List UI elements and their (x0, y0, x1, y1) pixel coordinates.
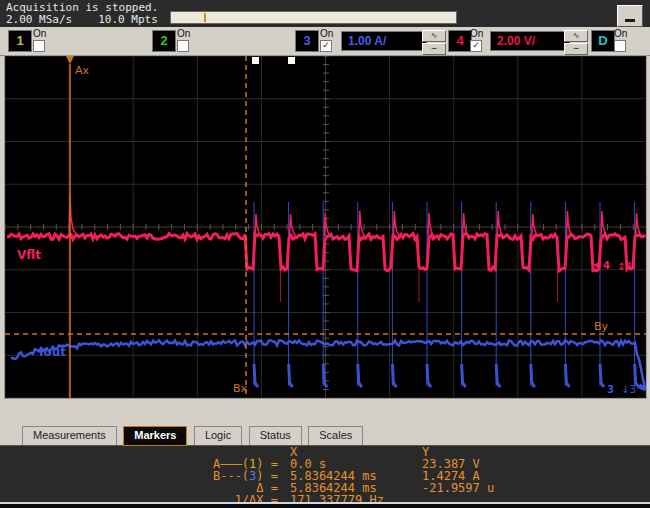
minimize-button[interactable] (617, 5, 643, 27)
channel-2-on-label: On (177, 28, 203, 39)
minimize-icon (625, 19, 635, 22)
marker-b-label: B---( (213, 469, 249, 483)
channel-3-button[interactable]: 3 (295, 30, 319, 52)
memory-depth: 10.0 Mpts (98, 13, 158, 26)
panel-tabs: Measurements Markers Logic Status Scales (0, 426, 650, 446)
channel-1-on-group: On (33, 28, 59, 52)
marker-ax-label: Ax (75, 64, 90, 77)
channel-4-button[interactable]: 4 (448, 30, 472, 52)
marker-ax-handle[interactable] (66, 56, 74, 64)
bottom-strip (0, 504, 650, 508)
ch4-ground-label: 4 (603, 260, 610, 271)
channel-2-on-group: On (177, 28, 203, 52)
channel-3-coupling-icon[interactable]: ∿ (422, 30, 446, 42)
memory-bar-tick (204, 13, 206, 22)
channel-2-on-checkbox[interactable] (177, 40, 189, 52)
trace-iout-label: Iout (39, 345, 66, 359)
ch3-edge-label: ↓3 (621, 384, 636, 395)
marker-bx-label: Bx (233, 382, 248, 395)
tab-measurements[interactable]: Measurements (22, 426, 117, 445)
bottom-toolbar: ↑ ∧ ∨ ∧ ∨ ↪ ☀ H 2.00 ms/ ∿ ∼ 7.992000000… (0, 399, 650, 426)
marker-by-label: By (594, 320, 609, 333)
channel-d-on-checkbox[interactable] (614, 40, 626, 52)
channel-3-scale-box[interactable]: 1.00 A/ (341, 31, 427, 51)
event-mark-1 (252, 57, 259, 64)
status-bar: Acquisition is stopped. 2.00 MSa/s10.0 M… (0, 0, 650, 27)
ch3-ground-label: 3 (607, 384, 614, 395)
ch4-trigger-label: ↕4 (617, 261, 632, 272)
channel-bar: 1 On 2 On 3 On 1.00 A/ ∿ ∼ 4 On 2.00 V/ … (0, 27, 650, 56)
waveform-display[interactable]: AxBxByVfltIout◀4↕43↓3 (5, 56, 646, 398)
tab-status[interactable]: Status (249, 426, 302, 445)
channel-4-scale-box[interactable]: 2.00 V/ (490, 31, 570, 51)
trace-vflt-label: Vflt (17, 248, 41, 262)
channel-3-on-checkbox[interactable] (320, 40, 332, 52)
channel-3-coupling-group: ∿ ∼ (422, 30, 444, 56)
tab-scales[interactable]: Scales (308, 426, 363, 445)
channel-3-waveform-icon[interactable]: ∼ (422, 43, 446, 55)
channel-d-on-label: On (614, 28, 640, 39)
channel-1-on-checkbox[interactable] (33, 40, 45, 52)
memory-bar[interactable] (170, 11, 457, 24)
oscilloscope-app: Acquisition is stopped. 2.00 MSa/s10.0 M… (0, 0, 650, 508)
markers-readout-panel: XY A———(1) =0.0 s23.387 V B---(3) =5.836… (0, 446, 650, 502)
channel-4-coupling-group: ∿ ∼ (564, 30, 586, 56)
channel-d-button[interactable]: D (591, 30, 615, 52)
channel-1-on-label: On (33, 28, 59, 39)
channel-d-on-group: On (614, 28, 640, 52)
event-mark-2 (288, 57, 295, 64)
waveform-display-frame: AxBxByVfltIout◀4↕43↓3 (4, 55, 647, 399)
sample-rate: 2.00 MSa/s (6, 13, 72, 26)
channel-2-button[interactable]: 2 (152, 30, 176, 52)
channel-4-on-checkbox[interactable] (470, 40, 482, 52)
tab-logic[interactable]: Logic (194, 426, 242, 445)
marker-delta-y-value: -21.9597 u (422, 483, 494, 494)
channel-4-waveform-icon[interactable]: ∼ (564, 43, 588, 55)
acquisition-info: 2.00 MSa/s10.0 Mpts (6, 13, 184, 26)
channel-4-coupling-icon[interactable]: ∿ (564, 30, 588, 42)
tab-markers[interactable]: Markers (123, 426, 187, 446)
channel-1-button[interactable]: 1 (8, 30, 32, 52)
ch4-ground-arrow-icon: ◀ (593, 260, 600, 269)
